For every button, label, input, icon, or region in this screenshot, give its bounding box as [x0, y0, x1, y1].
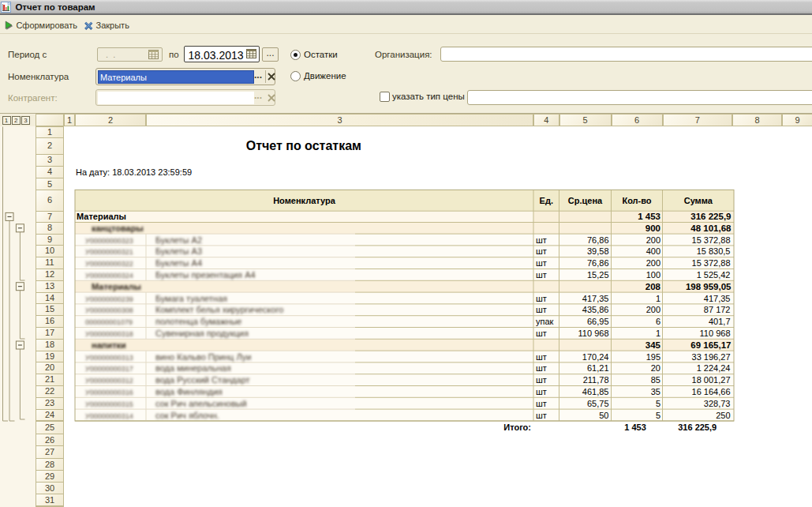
svg-text:401,7: 401,7	[709, 317, 731, 326]
svg-text:У00000000313: У00000000313	[85, 354, 133, 362]
svg-text:316 225,9: 316 225,9	[690, 212, 731, 221]
svg-text:шт: шт	[536, 305, 547, 314]
svg-text:76,86: 76,86	[587, 235, 609, 245]
svg-text:шт: шт	[536, 375, 547, 385]
svg-text:Кол-во: Кол-во	[622, 196, 651, 205]
svg-text:У00000000323: У00000000323	[85, 237, 133, 245]
svg-text:316 225,9: 316 225,9	[678, 422, 717, 432]
svg-text:вода Русский Стандарт: вода Русский Стандарт	[155, 375, 250, 385]
svg-text:195: 195	[646, 352, 660, 362]
svg-text:1: 1	[656, 294, 660, 303]
svg-text:шт: шт	[536, 235, 547, 245]
svg-text:1: 1	[656, 329, 660, 338]
svg-text:100: 100	[646, 270, 660, 280]
svg-text:33 196,27: 33 196,27	[692, 352, 731, 362]
svg-text:У00000000318: У00000000318	[85, 330, 133, 338]
svg-text:900: 900	[645, 223, 660, 233]
svg-text:У00000000321: У00000000321	[85, 248, 133, 256]
svg-text:250: 250	[716, 411, 730, 420]
svg-text:шт: шт	[536, 246, 547, 256]
svg-text:У00000000315: У00000000315	[85, 400, 133, 408]
svg-text:шт: шт	[536, 387, 547, 396]
svg-text:000000001079: 000000001079	[85, 318, 133, 326]
svg-text:У00000000322: У00000000322	[85, 260, 133, 268]
svg-text:Бумага туалетная: Бумага туалетная	[155, 294, 227, 303]
svg-text:Буклеты А3: Буклеты А3	[155, 246, 202, 256]
svg-text:Сумма: Сумма	[684, 196, 713, 205]
svg-text:1 525,42: 1 525,42	[697, 270, 731, 280]
svg-text:69 165,17: 69 165,17	[690, 340, 731, 350]
svg-text:У00000000324: У00000000324	[85, 272, 133, 280]
svg-text:211,78: 211,78	[583, 375, 609, 385]
svg-text:Комплект белья хирургического: Комплект белья хирургического	[155, 305, 283, 314]
svg-text:Буклеты А4: Буклеты А4	[155, 258, 202, 268]
svg-text:У00000000316: У00000000316	[85, 389, 133, 396]
svg-text:16 164,66: 16 164,66	[692, 387, 731, 396]
svg-text:напитки: напитки	[92, 340, 126, 350]
svg-text:5: 5	[656, 399, 660, 408]
svg-text:15 372,88: 15 372,88	[692, 235, 731, 245]
svg-text:39,58: 39,58	[587, 246, 609, 256]
svg-text:Номенклатура: Номенклатура	[273, 196, 336, 205]
svg-text:6: 6	[656, 317, 660, 326]
svg-text:У00000000314: У00000000314	[85, 412, 133, 420]
svg-text:87 172: 87 172	[704, 305, 731, 314]
svg-text:Буклеты А2: Буклеты А2	[155, 235, 202, 245]
svg-text:Сувенирная продукция: Сувенирная продукция	[155, 329, 249, 338]
svg-text:170,24: 170,24	[582, 352, 609, 362]
svg-text:18 001,27: 18 001,27	[692, 375, 731, 385]
svg-text:вода Финляндия: вода Финляндия	[155, 387, 223, 396]
svg-text:435,86: 435,86	[582, 305, 609, 314]
svg-text:66,95: 66,95	[587, 317, 609, 326]
svg-text:110 968: 110 968	[700, 329, 731, 338]
svg-text:65,75: 65,75	[587, 399, 609, 408]
svg-text:400: 400	[646, 246, 660, 256]
svg-text:Ср.цена: Ср.цена	[568, 196, 603, 205]
svg-text:На дату: 18.03.2013 23:59:59: На дату: 18.03.2013 23:59:59	[76, 167, 192, 177]
svg-text:200: 200	[646, 235, 660, 245]
svg-text:61,21: 61,21	[587, 363, 609, 373]
svg-text:Отчет по остаткам: Отчет по остаткам	[246, 139, 361, 152]
svg-text:шт: шт	[536, 352, 547, 362]
svg-text:Буклеты презентация А4: Буклеты презентация А4	[155, 270, 256, 280]
svg-text:шт: шт	[536, 411, 547, 420]
svg-text:У00000000308: У00000000308	[85, 306, 133, 314]
svg-text:461,85: 461,85	[582, 387, 609, 396]
svg-text:У00000000317: У00000000317	[85, 365, 133, 373]
svg-text:Итого:: Итого:	[503, 422, 531, 432]
svg-text:200: 200	[646, 305, 660, 314]
svg-text:Ед.: Ед.	[540, 196, 553, 205]
svg-text:76,86: 76,86	[587, 258, 609, 268]
svg-text:вино Кальво Принц Луи: вино Кальво Принц Луи	[155, 352, 251, 362]
svg-text:шт: шт	[536, 399, 547, 408]
svg-text:сок Рич яблочн.: сок Рич яблочн.	[155, 411, 219, 420]
svg-text:15 372,88: 15 372,88	[692, 258, 731, 268]
svg-text:15 830,5: 15 830,5	[697, 246, 731, 256]
svg-text:198 959,05: 198 959,05	[686, 282, 732, 291]
svg-text:208: 208	[645, 282, 661, 291]
svg-text:1 224,24: 1 224,24	[697, 363, 731, 373]
svg-text:У00000000239: У00000000239	[85, 295, 133, 303]
svg-text:110 968: 110 968	[578, 329, 609, 338]
svg-text:35: 35	[651, 387, 660, 396]
svg-text:упак: упак	[536, 317, 554, 326]
svg-text:У00000000312: У00000000312	[85, 377, 133, 385]
svg-text:15,25: 15,25	[587, 270, 609, 280]
svg-text:вода минеральная: вода минеральная	[155, 363, 231, 373]
svg-text:85: 85	[651, 375, 660, 385]
svg-text:5: 5	[656, 411, 660, 420]
svg-text:шт: шт	[536, 294, 547, 303]
svg-text:канцтовары: канцтовары	[92, 223, 144, 233]
svg-text:328,73: 328,73	[704, 399, 731, 408]
svg-text:50: 50	[599, 411, 608, 420]
svg-text:20: 20	[651, 363, 660, 373]
svg-text:шт: шт	[536, 270, 547, 280]
svg-text:шт: шт	[536, 329, 547, 338]
svg-text:полотенца бумажные: полотенца бумажные	[155, 317, 241, 326]
svg-text:345: 345	[645, 340, 661, 350]
svg-text:шт: шт	[536, 363, 547, 373]
svg-text:Материалы: Материалы	[77, 212, 126, 221]
svg-text:Материалы: Материалы	[92, 282, 141, 291]
svg-text:сок Рич апельсиновый: сок Рич апельсиновый	[155, 399, 247, 408]
svg-text:417,35: 417,35	[704, 294, 731, 303]
